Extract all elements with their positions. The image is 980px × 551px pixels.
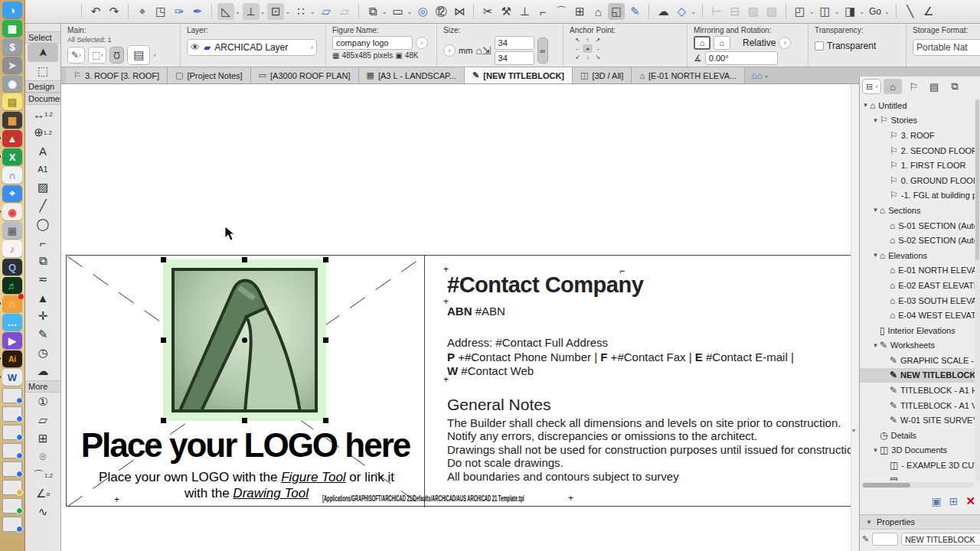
- calendar-icon[interactable]: ▦: [2, 112, 22, 129]
- selected-logo-figure[interactable]: [163, 259, 326, 421]
- app-store-icon[interactable]: ◉: [2, 75, 22, 92]
- minimized-window-thumbnail[interactable]: [2, 388, 22, 403]
- pickup-parameters-icon[interactable]: ✑: [171, 3, 188, 20]
- figure-name-expand-button[interactable]: ›: [416, 37, 428, 49]
- toolbox-header-select[interactable]: Select: [25, 31, 60, 44]
- camera-tool[interactable]: ☁: [25, 362, 60, 380]
- open-previous-view-button[interactable]: ⌂⌂⌄: [745, 67, 776, 83]
- minimized-window-thumbnail[interactable]: [2, 406, 22, 422]
- curtain-wall-tool[interactable]: ⊞: [25, 429, 60, 448]
- tree-item-new-titleblock[interactable]: ✎NEW TITLEBLOCK: [860, 368, 975, 383]
- spline-pen-icon[interactable]: ✎: [626, 3, 643, 20]
- level-line-tool[interactable]: ≂: [25, 270, 60, 289]
- minimized-window-thumbnail[interactable]: [2, 425, 22, 440]
- tree-item-details[interactable]: ◷Details: [860, 428, 975, 443]
- text-tool[interactable]: A: [25, 142, 60, 160]
- chrome-icon[interactable]: ◉: [2, 204, 22, 220]
- spot-level-tool[interactable]: ▲: [25, 289, 60, 307]
- properties-header[interactable]: ▼ Properties: [860, 514, 980, 530]
- skew-plane-alt-icon[interactable]: ▱: [336, 3, 353, 20]
- finder-icon[interactable]: ◑: [2, 2, 22, 18]
- close-panel-icon[interactable]: ✕: [965, 494, 975, 508]
- dimension-ruler-icon[interactable]: ⑫: [433, 3, 449, 20]
- mirror-on-button[interactable]: ⌂: [714, 36, 730, 50]
- intersect-corner-icon[interactable]: ⌐: [534, 3, 551, 20]
- safari-icon[interactable]: ⌖: [2, 185, 22, 202]
- tree-item-titleblock-a1-v[interactable]: ✎TITLEBLOCK - A1 V: [860, 398, 975, 413]
- annotate-a1-icon[interactable]: ▨: [745, 3, 762, 20]
- drawing-canvas[interactable]: Place your LOGO here Place your own LOGO…: [61, 84, 859, 551]
- transparent-checkbox[interactable]: [815, 41, 824, 51]
- marquee-transform-icon[interactable]: ◳: [152, 3, 169, 20]
- selection-handle[interactable]: [323, 337, 328, 343]
- rotate-view-icon[interactable]: ◇: [673, 3, 690, 20]
- video-app-icon[interactable]: ▶: [2, 332, 22, 349]
- stretch-icon[interactable]: ⋈: [451, 3, 468, 20]
- tree-item-w01-site-survey[interactable]: ✎W-01 SITE SURVEY: [860, 412, 975, 428]
- word-icon[interactable]: W: [2, 369, 22, 386]
- green-app-icon[interactable]: ▦: [2, 20, 22, 37]
- illustrator-icon[interactable]: Ai: [2, 350, 22, 367]
- minimized-window-thumbnail[interactable]: [2, 461, 22, 477]
- line-tool-icon[interactable]: ╲: [902, 3, 919, 20]
- tree-item-clipped[interactable]: ▤: [860, 473, 975, 481]
- navigator-tab-project-map[interactable]: ⌂: [884, 79, 902, 94]
- grid-snap-chevron-icon[interactable]: ⌄: [310, 8, 315, 15]
- drag-level-icon[interactable]: ⊥: [516, 3, 533, 20]
- audio-app-icon[interactable]: ♬: [2, 277, 22, 294]
- navigator-horizontal-scrollbar[interactable]: [861, 482, 974, 488]
- quicktime-icon[interactable]: Q: [2, 259, 22, 276]
- tree-item-interior-elevations[interactable]: ▯Interior Elevations: [860, 323, 975, 338]
- fillet-arc-icon[interactable]: ⌒: [553, 3, 570, 20]
- window-layout-chevron-icon[interactable]: ⌄: [859, 8, 864, 15]
- utility-app-icon[interactable]: $: [2, 38, 22, 55]
- tree-expand-arrow[interactable]: ▼: [872, 447, 879, 454]
- guide-lines-icon[interactable]: ◺: [217, 3, 234, 20]
- orange-app-icon[interactable]: ◌: [2, 295, 22, 312]
- notes-icon[interactable]: ▤: [2, 93, 22, 110]
- size-height-input[interactable]: [495, 51, 534, 65]
- window-floorplan-chevron-icon[interactable]: ⌄: [809, 8, 815, 15]
- minimized-window-thumbnail[interactable]: [2, 480, 22, 495]
- tree-item-example-3d-cut[interactable]: ◫- EXAMPLE 3D CUT: [860, 458, 975, 473]
- tree-item-s01[interactable]: ⌂S-01 SECTION (Auto: [860, 218, 975, 233]
- excel-icon[interactable]: X: [2, 148, 22, 165]
- tree-item-worksheets[interactable]: ▼✎Worksheets: [860, 338, 975, 354]
- rotate-view-chevron-icon[interactable]: ⌄: [691, 8, 696, 15]
- figure-name-input[interactable]: [332, 36, 413, 50]
- angle-tool-icon[interactable]: ∠: [920, 3, 937, 20]
- selection-handle[interactable]: [323, 418, 328, 423]
- level-dimension-tool[interactable]: ⊕1.2: [25, 123, 60, 142]
- tree-item-e03[interactable]: ⌂E-03 SOUTH ELEVA: [860, 293, 975, 308]
- storage-format-select[interactable]: Portable Nat: [913, 39, 980, 56]
- go-button[interactable]: Go: [867, 3, 884, 20]
- tab-a3-l-landscap[interactable]: ▦[A3 L - LANDSCAP...: [359, 67, 466, 83]
- change-tool[interactable]: ①: [25, 393, 60, 411]
- arrow-tool[interactable]: ➤: [28, 44, 58, 62]
- window-3d-chevron-icon[interactable]: ⌄: [835, 8, 840, 15]
- main-expand-chevron[interactable]: ›: [153, 51, 155, 59]
- properties-name-field[interactable]: [901, 533, 980, 546]
- link-dimensions-toggle[interactable]: ∞: [537, 37, 548, 64]
- canvas-scrollbar[interactable]: ▾: [851, 84, 859, 551]
- navigator-tab-publisher[interactable]: ⧉: [946, 79, 964, 94]
- tree-item-3d-documents[interactable]: ▼◫3D Documents: [860, 443, 975, 458]
- window-layout-icon[interactable]: ◨: [841, 3, 858, 20]
- zoom-to-selection-icon[interactable]: ⌖: [134, 3, 151, 20]
- tab-project-notes[interactable]: ▢[Project Notes]: [168, 67, 251, 83]
- anchor-point-grid[interactable]: ↖↑↗ ←●→ ↙↓↘: [573, 36, 682, 61]
- navigator-tab-layout-book[interactable]: ▤: [925, 79, 943, 94]
- selection-mode-button[interactable]: ⬚›: [88, 47, 106, 64]
- tree-item-e02[interactable]: ⌂E-02 EAST ELEVATI: [860, 278, 975, 293]
- minimized-window-thumbnail[interactable]: [2, 498, 22, 514]
- figure-tool[interactable]: ⧉: [25, 252, 60, 270]
- spline-tool[interactable]: ∿: [25, 503, 60, 521]
- archicad-icon[interactable]: ∩: [2, 167, 22, 184]
- annotate-a1-stack-icon[interactable]: ▧: [763, 3, 780, 20]
- split-scissors-icon[interactable]: ✂: [479, 3, 496, 20]
- project-chooser-button[interactable]: ⊟›: [862, 79, 881, 94]
- curved-dimension-tool[interactable]: ⌒1.2: [25, 466, 60, 484]
- angle-dimension-tool[interactable]: ∠α: [25, 484, 60, 503]
- dimension-auto-icon[interactable]: ⊢: [708, 3, 725, 20]
- selection-center-node[interactable]: [242, 337, 247, 343]
